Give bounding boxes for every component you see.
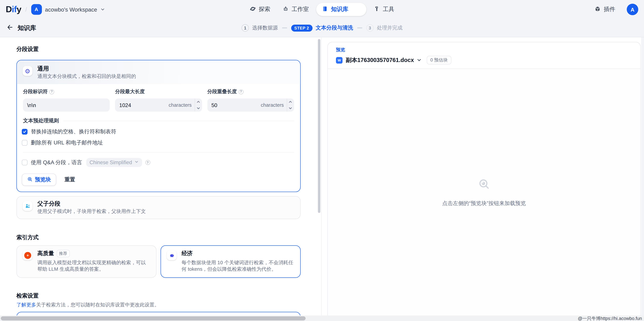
file-select-chevron-icon[interactable] — [416, 57, 422, 63]
nav-studio[interactable]: 工作室 — [278, 3, 314, 16]
step-dash — [357, 28, 362, 28]
max-length-stepper[interactable] — [194, 98, 202, 112]
checkbox-checked[interactable] — [22, 129, 28, 135]
index-card-economical[interactable]: 经济 每个数据块使用 10 个关键词进行检索，不会消耗任何 tokens，但会以… — [161, 245, 301, 278]
nav-tools[interactable]: 工具 — [369, 3, 399, 16]
preview-file-row: W 副本1763003570761.docx 0 预估块 — [336, 56, 632, 64]
parent-child-title: 父子分段 — [38, 200, 146, 207]
economical-desc: 每个数据块使用 10 个关键词进行检索，不会消耗任何 tokens，但会以降低检… — [182, 259, 294, 273]
workspace-switcher[interactable]: A acowbo's Workspace — [31, 4, 105, 15]
stepper-down-icon — [195, 105, 202, 112]
segment-fields: 分段标识符? 分段最大长度 characters — [17, 84, 300, 112]
nav-right: 插件 A — [589, 3, 638, 16]
parent-child-subtitle: 使用父子模式时，子块用于检索，父块用作上下文 — [38, 208, 146, 215]
nav-knowledge[interactable]: 知识库 — [316, 3, 366, 16]
preview-chunks-label: 预览块 — [35, 176, 51, 183]
gear-icon: ⚙ — [23, 66, 32, 76]
general-card-header: ⚙ 通用 通用文本分块模式，检索和召回的块是相同的 — [17, 60, 300, 84]
divider-slash: / — [25, 6, 27, 13]
qa-language-select[interactable]: Chinese Simplified — [86, 158, 142, 167]
retrieval-hint-text: 关于检索方法，您可以随时在知识库设置中更改此设置。 — [36, 302, 160, 308]
sub-header: 知识库 1 选择数据源 STEP 2 文本分段与清洗 3 处理并完成 — [0, 19, 644, 37]
tool-icon — [374, 6, 380, 13]
dify-logo[interactable]: Dify — [6, 4, 21, 14]
piggy-bank-icon — [167, 250, 176, 260]
chevron-down-icon — [100, 7, 105, 12]
delimiter-input[interactable] — [27, 102, 110, 108]
back-button[interactable] — [6, 24, 14, 32]
sparkle-icon — [23, 250, 32, 260]
help-icon[interactable]: ? — [145, 160, 150, 165]
robot-icon — [282, 6, 289, 13]
rule-label: 删除所有 URL 和电子邮件地址 — [31, 139, 103, 146]
user-avatar[interactable]: A — [627, 4, 638, 15]
parent-child-icon — [23, 201, 32, 211]
qa-label: 使用 Q&A 分段，语言 — [31, 159, 82, 166]
section-title-retrieval: 检索设置 — [16, 292, 301, 300]
rule-row-whitespace: 替换掉连续的空格、换行符和制表符 — [17, 124, 300, 135]
index-card-high-quality[interactable]: 高质量 推荐 调用嵌入模型处理文档以实现更精确的检索，可以帮助 LLM 生成高质… — [16, 245, 156, 278]
rule-row-url: 删除所有 URL 和电子邮件地址 — [17, 135, 300, 146]
preview-file-name: 副本1763003570761.docx — [346, 56, 414, 64]
preview-card: 预览 W 副本1763003570761.docx 0 预估块 点击左侧的“预览… — [327, 42, 641, 316]
help-icon[interactable]: ? — [49, 89, 54, 94]
reset-button[interactable]: 重置 — [64, 176, 75, 183]
book-icon — [322, 6, 328, 13]
chevron-down-icon — [134, 160, 139, 165]
workspace-avatar: A — [31, 4, 42, 15]
preview-chunks-button[interactable]: 预览块 — [22, 174, 56, 186]
top-nav: Dify / A acowbo's Workspace 探索 工作室 知识库 工… — [0, 0, 644, 19]
step-2[interactable]: STEP 2 文本分段与清洗 — [291, 24, 353, 31]
nav-label: 探索 — [259, 6, 270, 13]
nav-label: 知识库 — [331, 6, 348, 13]
vertical-scrollbar[interactable] — [318, 39, 320, 213]
step-2-label: 文本分段与清洗 — [316, 24, 353, 31]
section-title-segmentation: 分段设置 — [16, 45, 301, 53]
preview-header: 预览 W 副本1763003570761.docx 0 预估块 — [328, 42, 640, 69]
learn-more-link[interactable]: 了解更多 — [16, 302, 36, 308]
bottom-bar: @一只牛博https://hi.acowbo.fun — [0, 316, 644, 321]
recommended-badge: 推荐 — [56, 250, 70, 257]
main-nav: 探索 工作室 知识库 工具 — [245, 0, 399, 19]
help-icon[interactable]: ? — [238, 89, 243, 94]
field-delimiter: 分段标识符? — [23, 88, 110, 112]
overlap-stepper[interactable] — [286, 98, 294, 112]
logo-part: if — [12, 4, 16, 14]
field-max-length: 分段最大长度 characters — [115, 88, 202, 112]
checkbox-unchecked[interactable] — [22, 140, 28, 146]
overlap-input[interactable] — [211, 102, 236, 108]
max-length-input[interactable] — [119, 102, 144, 108]
overlap-label: 分段重叠长度 — [207, 88, 237, 95]
high-quality-desc: 调用嵌入模型处理文档以实现更精确的检索，可以帮助 LLM 生成高质量的答案。 — [38, 259, 150, 273]
qa-checkbox[interactable] — [22, 160, 28, 165]
workspace-name: acowbo's Workspace — [45, 6, 97, 12]
preprocess-rules-title: 文本预处理规则 — [23, 117, 59, 124]
mode-card-parent-child[interactable]: 父子分段 使用父子模式时，子块用于检索，父块用作上下文 — [16, 196, 301, 219]
preview-panel: 预览 W 副本1763003570761.docx 0 预估块 点击左侧的“预览… — [322, 37, 641, 316]
retrieval-card-inverted-index[interactable]: 倒排索引 倒排索引是一种用于高效检索的结构。按术语组织，每个术语指向包含它的文档… — [16, 312, 301, 316]
watermark: @一只牛博https://hi.acowbo.fun — [578, 316, 642, 321]
step-3: 3 处理并完成 — [366, 24, 402, 31]
horizontal-scrollbar[interactable] — [1, 316, 306, 320]
preview-label: 预览 — [336, 47, 632, 53]
nav-explore[interactable]: 探索 — [245, 3, 275, 16]
qa-language-value: Chinese Simplified — [90, 160, 132, 165]
preprocess-rules-header: 文本预处理规则 — [17, 112, 300, 124]
magnifier-eye-icon-large — [478, 177, 490, 192]
step-2-badge: STEP 2 — [291, 24, 312, 31]
docx-file-icon: W — [336, 57, 342, 63]
nav-plugins[interactable]: 插件 — [589, 3, 620, 16]
rule-label: 替换掉连续的空格、换行符和制表符 — [31, 128, 116, 135]
stepper-up-icon — [287, 98, 294, 105]
mode-card-general[interactable]: ⚙ 通用 通用文本分块模式，检索和召回的块是相同的 分段标识符? 分段最大长度 — [16, 60, 301, 192]
nav-label: 工具 — [383, 6, 394, 13]
estimated-chunks-badge: 0 预估块 — [427, 56, 451, 64]
content: 分段设置 ⚙ 通用 通用文本分块模式，检索和召回的块是相同的 分段标识符? — [0, 37, 644, 316]
high-quality-title: 高质量 — [38, 250, 54, 257]
overlap-unit: characters — [261, 102, 284, 108]
index-method-cards: 高质量 推荐 调用嵌入模型处理文档以实现更精确的检索，可以帮助 LLM 生成高质… — [16, 245, 301, 278]
wizard-steps: 1 选择数据源 STEP 2 文本分段与清洗 3 处理并完成 — [242, 24, 402, 31]
step-1[interactable]: 1 选择数据源 — [242, 24, 278, 31]
max-length-label: 分段最大长度 — [115, 88, 145, 95]
section-title-index: 索引方式 — [16, 234, 301, 241]
